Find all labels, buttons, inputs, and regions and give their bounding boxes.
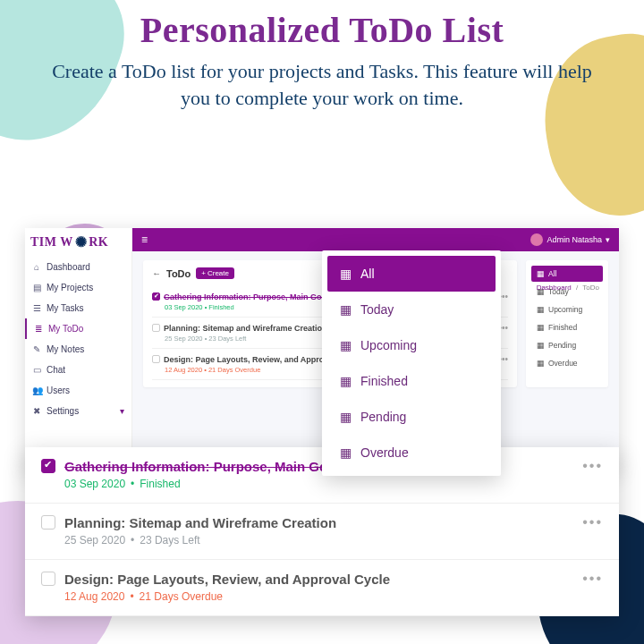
dropdown-label: Pending bbox=[360, 410, 406, 424]
sidebar: TIM W✺RK ⌂Dashboard ▤My Projects ☰My Tas… bbox=[25, 228, 132, 474]
calendar-icon: ▦ bbox=[340, 338, 352, 352]
dropdown-item-upcoming[interactable]: ▦Upcoming bbox=[327, 327, 496, 363]
brand-text-post: RK bbox=[89, 235, 108, 250]
filter-finished[interactable]: ▦Finished bbox=[531, 319, 603, 335]
checkbox-icon[interactable] bbox=[41, 515, 55, 530]
list-icon: ≣ bbox=[34, 324, 43, 334]
sidebar-item-projects[interactable]: ▤My Projects bbox=[25, 277, 131, 298]
hero-section: Personalized ToDo List Create a ToDo lis… bbox=[0, 0, 644, 111]
tasks-icon: ☰ bbox=[32, 303, 41, 313]
filter-all[interactable]: ▦All bbox=[531, 266, 603, 282]
home-icon: ⌂ bbox=[32, 262, 41, 272]
calendar-icon: ▦ bbox=[340, 267, 352, 281]
calendar-icon: ▦ bbox=[340, 410, 352, 424]
breadcrumb-sep: / bbox=[573, 284, 580, 292]
calendar-icon: ▦ bbox=[537, 323, 545, 332]
layers-icon: ▤ bbox=[32, 283, 41, 292]
sidebar-item-label: Users bbox=[47, 386, 70, 395]
dropdown-item-all[interactable]: ▦All bbox=[327, 256, 496, 292]
dropdown-label: Finished bbox=[360, 374, 408, 388]
sidebar-item-label: Settings bbox=[47, 406, 79, 416]
sidebar-item-label: My Tasks bbox=[47, 303, 84, 313]
user-name: Admin Natasha bbox=[547, 235, 602, 244]
todo-item-meta: 25 Sep 2020•23 Days Left bbox=[64, 534, 603, 547]
brand-text-pre: TIM W bbox=[30, 235, 73, 250]
sidebar-item-users[interactable]: 👥Users bbox=[25, 380, 131, 401]
filter-label: Upcoming bbox=[548, 305, 582, 314]
chevron-down-icon: ▾ bbox=[120, 406, 124, 416]
arrow-left-icon[interactable]: ← bbox=[152, 268, 161, 278]
dropdown-item-finished[interactable]: ▦Finished bbox=[327, 363, 496, 399]
chevron-down-icon: ▾ bbox=[606, 235, 610, 244]
checkbox-icon[interactable] bbox=[152, 292, 160, 301]
filter-label: Finished bbox=[548, 323, 577, 332]
dropdown-label: Overdue bbox=[360, 445, 409, 460]
calendar-icon: ▦ bbox=[537, 359, 545, 368]
filter-label: Overdue bbox=[548, 359, 578, 368]
sidebar-item-chat[interactable]: ▭Chat bbox=[25, 360, 131, 380]
calendar-icon: ▦ bbox=[340, 302, 352, 317]
todo-item-title: Design: Page Layouts, Review, and Approv… bbox=[64, 572, 390, 587]
filter-upcoming[interactable]: ▦Upcoming bbox=[531, 301, 603, 318]
todo-item-meta: 12 Aug 2020•21 Days Overdue bbox=[64, 590, 603, 603]
filter-label: Pending bbox=[548, 341, 576, 350]
more-icon[interactable]: ••• bbox=[582, 571, 603, 587]
sidebar-item-settings[interactable]: ✖Settings▾ bbox=[25, 401, 131, 421]
hamburger-icon[interactable]: ≡ bbox=[141, 233, 148, 246]
sidebar-item-label: Dashboard bbox=[47, 262, 90, 272]
calendar-icon: ▦ bbox=[340, 374, 352, 388]
todo-item-title: Gathering Information: Purpose, Main Goa… bbox=[64, 459, 346, 474]
user-menu[interactable]: Admin Natasha ▾ bbox=[530, 233, 610, 246]
sidebar-item-notes[interactable]: ✎My Notes bbox=[25, 339, 131, 360]
users-icon: 👥 bbox=[32, 386, 41, 395]
plus-icon: + bbox=[201, 269, 206, 277]
sidebar-item-dashboard[interactable]: ⌂Dashboard bbox=[25, 257, 131, 277]
filter-dropdown: ▦All ▦Today ▦Upcoming ▦Finished ▦Pending… bbox=[322, 250, 501, 476]
more-icon[interactable]: ••• bbox=[582, 514, 603, 530]
gear-icon: ✖ bbox=[32, 406, 41, 416]
note-icon: ✎ bbox=[32, 344, 41, 354]
calendar-icon: ▦ bbox=[537, 305, 545, 314]
calendar-icon: ▦ bbox=[537, 269, 545, 278]
calendar-icon: ▦ bbox=[340, 445, 352, 460]
filter-overdue[interactable]: ▦Overdue bbox=[531, 355, 603, 371]
checkbox-icon[interactable] bbox=[41, 572, 55, 586]
filter-pending[interactable]: ▦Pending bbox=[531, 337, 603, 353]
hero-title: Personalized ToDo List bbox=[0, 9, 644, 51]
dropdown-label: Today bbox=[360, 302, 394, 317]
sidebar-item-label: My Projects bbox=[47, 283, 93, 292]
checkbox-icon[interactable] bbox=[152, 355, 160, 363]
todo-item[interactable]: Design: Page Layouts, Review, and Approv… bbox=[25, 560, 619, 616]
filter-label: All bbox=[548, 269, 556, 278]
dropdown-item-today[interactable]: ▦Today bbox=[327, 292, 496, 327]
dropdown-item-pending[interactable]: ▦Pending bbox=[327, 399, 496, 435]
checkbox-icon[interactable] bbox=[41, 459, 55, 473]
sidebar-item-label: Chat bbox=[47, 365, 65, 375]
todo-heading: ToDo bbox=[166, 268, 191, 279]
dropdown-label: Upcoming bbox=[360, 338, 417, 352]
sidebar-item-label: My Notes bbox=[47, 344, 84, 354]
dropdown-item-overdue[interactable]: ▦Overdue bbox=[327, 435, 496, 470]
create-button[interactable]: +Create bbox=[196, 267, 234, 279]
todo-item-title: Planning: Sitemap and Wireframe Creation bbox=[64, 515, 336, 530]
breadcrumb-leaf: ToDo bbox=[582, 284, 599, 292]
todo-item[interactable]: Planning: Sitemap and Wireframe Creation… bbox=[25, 504, 619, 560]
checkbox-icon[interactable] bbox=[152, 324, 160, 332]
todo-item-meta: 03 Sep 2020•Finished bbox=[64, 478, 603, 490]
sidebar-item-label: My ToDo bbox=[48, 324, 83, 334]
create-label: Create bbox=[208, 269, 229, 277]
more-icon[interactable]: ••• bbox=[582, 458, 603, 474]
sidebar-item-todo[interactable]: ≣My ToDo bbox=[25, 318, 131, 339]
todo-item-title: Gathering Information: Purpose, Main Goa… bbox=[164, 292, 333, 301]
breadcrumb: Dashboard / ToDo bbox=[537, 284, 599, 292]
calendar-icon: ▦ bbox=[537, 341, 545, 350]
dropdown-label: All bbox=[360, 267, 375, 281]
topbar: ≡ Admin Natasha ▾ bbox=[132, 228, 619, 251]
breadcrumb-root[interactable]: Dashboard bbox=[537, 284, 572, 292]
hero-subtitle: Create a ToDo list for your projects and… bbox=[36, 58, 608, 111]
avatar bbox=[530, 233, 543, 246]
brand-logo: TIM W✺RK bbox=[25, 228, 131, 257]
sidebar-item-tasks[interactable]: ☰My Tasks bbox=[25, 298, 131, 318]
todo-item-title: Planning: Sitemap and Wireframe Creation bbox=[164, 324, 326, 333]
todo-item-title: Design: Page Layouts, Review, and Approv bbox=[164, 355, 328, 364]
